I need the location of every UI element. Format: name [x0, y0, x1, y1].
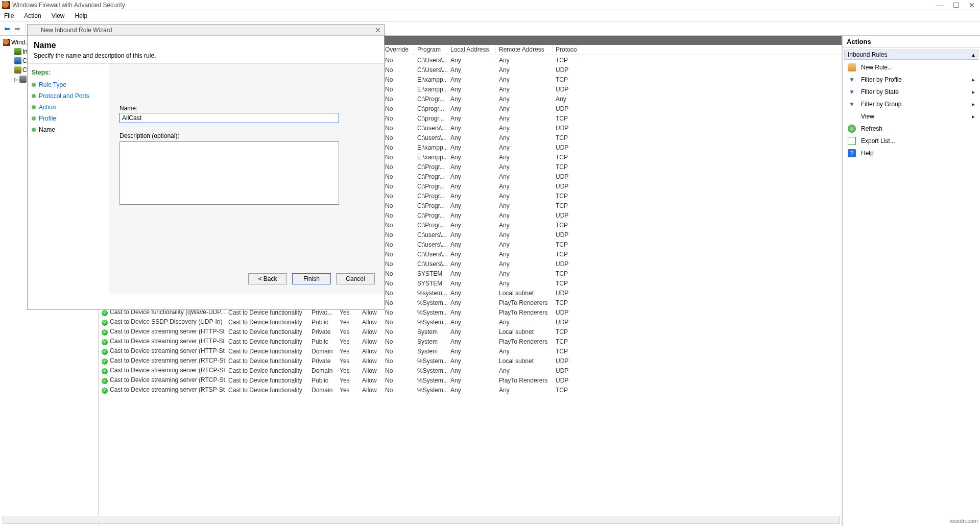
chevron-right-icon: ▸	[972, 113, 975, 120]
rule-remote-address-cell: PlayTo Renderers	[496, 308, 553, 317]
rule-remote-address-cell: Any	[496, 65, 553, 75]
rule-remote-address-cell: Any	[496, 240, 553, 249]
rule-override-cell: No	[382, 56, 414, 65]
rule-override-cell: No	[382, 201, 414, 210]
rule-group-cell: Cast to Device functionality	[225, 327, 308, 337]
rule-program-cell: C:\Users\...	[414, 65, 447, 75]
rule-remote-address-cell: Any	[496, 85, 553, 94]
action-help[interactable]: ? Help	[843, 147, 980, 159]
rule-program-cell: %System...	[414, 298, 447, 307]
col-protocol[interactable]: Protocol	[553, 45, 577, 55]
rule-local-address-cell: Any	[447, 133, 496, 142]
enabled-check-icon	[102, 320, 108, 326]
rule-description-input[interactable]	[119, 141, 339, 205]
close-window-button[interactable]: ✕	[969, 1, 975, 9]
rule-protocol-cell: TCP	[553, 327, 577, 337]
dialog-form: Name: Description (optional): < Back Fin…	[109, 64, 384, 294]
rule-group-cell: Cast to Device functionality	[225, 356, 308, 366]
step-action[interactable]: Action	[32, 102, 105, 113]
rule-program-cell: C:\users\...	[414, 230, 447, 240]
export-icon	[848, 137, 856, 145]
rule-local-address-cell: Any	[447, 259, 496, 269]
rule-protocol-cell: UDP	[553, 211, 577, 220]
action-new-rule[interactable]: New Rule...	[843, 61, 980, 74]
expand-icon[interactable]: ▷	[14, 77, 18, 82]
rule-protocol-cell: TCP	[553, 279, 577, 288]
action-filter-state[interactable]: ▼ Filter by State ▸	[843, 86, 980, 98]
back-icon[interactable]: ⬅	[3, 25, 11, 33]
titlebar: Windows Firewall with Advanced Security …	[0, 0, 980, 10]
description-label: Description (optional):	[119, 132, 374, 139]
rule-action-cell: Allow	[359, 347, 382, 356]
rule-override-cell: No	[382, 143, 414, 152]
rule-remote-address-cell: Local subnet	[496, 289, 553, 298]
rule-remote-address-cell: Any	[496, 347, 553, 356]
rule-protocol-cell: UDP	[553, 104, 577, 113]
dialog-close-icon[interactable]: ✕	[375, 26, 381, 34]
rule-protocol-cell: UDP	[553, 356, 577, 366]
filter-icon: ▼	[848, 100, 856, 108]
table-row[interactable]: Cast to Device SSDP Discovery (UDP-In)Ca…	[99, 317, 842, 327]
rule-override-cell: No	[382, 211, 414, 220]
col-local-address[interactable]: Local Address	[447, 45, 496, 55]
rule-override-cell: No	[382, 327, 414, 337]
table-row[interactable]: Cast to Device streaming server (RTCP-St…	[99, 375, 842, 385]
new-rule-wizard-dialog: New Inbound Rule Wizard ✕ Name Specify t…	[27, 24, 385, 310]
table-row[interactable]: Cast to Device streaming server (HTTP-St…	[99, 346, 842, 356]
table-row[interactable]: Cast to Device streaming server (HTTP-St…	[99, 327, 842, 337]
dialog-header: Name Specify the name and description of…	[28, 36, 384, 64]
col-program[interactable]: Program	[414, 45, 447, 55]
rule-override-cell: No	[382, 114, 414, 123]
firewall-app-icon	[31, 27, 38, 34]
col-remote-address[interactable]: Remote Address	[496, 45, 553, 55]
step-rule-type[interactable]: Rule Type	[32, 79, 105, 90]
table-row[interactable]: Cast to Device streaming server (RTCP-St…	[99, 356, 842, 366]
dialog-titlebar[interactable]: New Inbound Rule Wizard ✕	[28, 25, 384, 36]
menu-view[interactable]: View	[52, 12, 65, 19]
cancel-button[interactable]: Cancel	[336, 273, 375, 284]
rule-local-address-cell: Any	[447, 201, 496, 210]
rule-local-address-cell: Any	[447, 279, 496, 288]
minimize-button[interactable]: —	[937, 1, 944, 9]
action-filter-profile[interactable]: ▼ Filter by Profile ▸	[843, 74, 980, 86]
table-row[interactable]: Cast to Device streaming server (RTSP-St…	[99, 385, 842, 395]
rule-remote-address-cell: Any	[496, 201, 553, 210]
rule-local-address-cell: Any	[447, 337, 496, 346]
dialog-heading: Name	[34, 41, 378, 50]
menu-action[interactable]: Action	[24, 12, 41, 19]
menu-help[interactable]: Help	[75, 12, 88, 19]
rule-program-cell: C:\progr...	[414, 104, 447, 113]
action-export[interactable]: Export List...	[843, 135, 980, 147]
back-button[interactable]: < Back	[248, 273, 287, 284]
rule-name-cell: Cast to Device streaming server (RTCP-St…	[99, 356, 225, 366]
connection-security-icon	[14, 66, 21, 74]
menu-file[interactable]: File	[4, 12, 14, 19]
rule-remote-address-cell: Any	[496, 259, 553, 269]
table-row[interactable]: Cast to Device streaming server (HTTP-St…	[99, 337, 842, 346]
maximize-button[interactable]: ☐	[953, 1, 960, 9]
rule-protocol-cell: UDP	[553, 259, 577, 269]
rule-name-cell: Cast to Device SSDP Discovery (UDP-In)	[99, 317, 225, 327]
rule-program-cell: E:\xampp...	[414, 75, 447, 84]
table-row[interactable]: Cast to Device streaming server (RTCP-St…	[99, 366, 842, 375]
col-override[interactable]: Override	[382, 45, 414, 55]
rule-remote-address-cell: Any	[496, 366, 553, 375]
action-view[interactable]: View ▸	[843, 110, 980, 123]
collapse-icon[interactable]: ▴	[972, 51, 975, 58]
forward-icon[interactable]: ➡	[13, 25, 21, 33]
filter-icon: ▼	[848, 76, 856, 84]
rule-local-address-cell: Any	[447, 376, 496, 385]
rule-override-cell: No	[382, 298, 414, 307]
step-profile[interactable]: Profile	[32, 113, 105, 124]
rule-local-address-cell: Any	[447, 85, 496, 94]
rule-program-cell: C:\Progr...	[414, 94, 447, 104]
step-protocol-ports[interactable]: Protocol and Ports	[32, 90, 105, 102]
action-filter-group[interactable]: ▼ Filter by Group ▸	[843, 98, 980, 110]
rule-local-address-cell: Any	[447, 172, 496, 181]
rule-protocol-cell: Any	[553, 94, 577, 104]
horizontal-scrollbar[interactable]	[3, 516, 840, 524]
rule-name-input[interactable]	[119, 113, 339, 123]
rule-local-address-cell: Any	[447, 114, 496, 123]
finish-button[interactable]: Finish	[292, 273, 331, 284]
action-refresh[interactable]: Refresh	[843, 123, 980, 135]
